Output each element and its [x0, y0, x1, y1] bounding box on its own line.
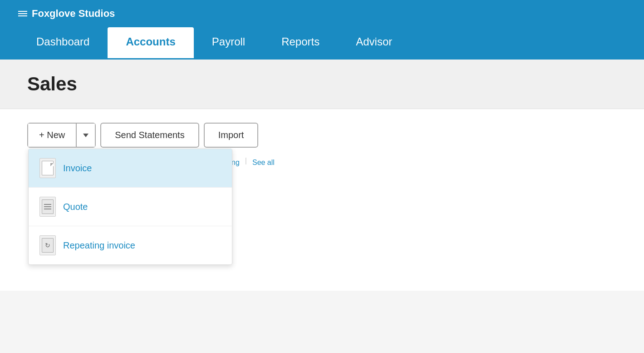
new-button[interactable]: + New — [28, 124, 76, 147]
content-area: + New Invoice — [0, 109, 644, 291]
dropdown-item-quote-label: Quote — [63, 202, 88, 212]
page-header: Sales — [0, 60, 644, 109]
dropdown-item-invoice[interactable]: Invoice — [29, 149, 232, 187]
send-statements-button[interactable]: Send Statements — [100, 123, 199, 148]
new-dropdown-menu: Invoice Quote — [28, 149, 232, 265]
secondary-nav-item-see-all[interactable]: See all — [252, 157, 275, 169]
chevron-down-icon — [83, 134, 88, 137]
dropdown-item-repeating-invoice-label: Repeating invoice — [63, 240, 135, 251]
nav-item-accounts[interactable]: Accounts — [108, 27, 193, 58]
nav-item-dashboard[interactable]: Dashboard — [18, 27, 108, 58]
toolbar: + New Invoice — [27, 123, 617, 148]
app-title: Foxglove Studios — [18, 8, 115, 20]
new-button-group: + New Invoice — [27, 123, 96, 148]
secondary-nav: ng | See all — [231, 157, 617, 169]
dropdown-item-invoice-label: Invoice — [63, 163, 92, 174]
secondary-nav-divider: | — [245, 157, 247, 169]
nav-item-reports[interactable]: Reports — [263, 27, 338, 58]
import-button[interactable]: Import — [204, 123, 259, 148]
repeat-doc-icon: ↻ — [39, 235, 56, 255]
top-bar: Foxglove Studios — [0, 0, 644, 27]
main-nav: Dashboard Accounts Payroll Reports Advis… — [0, 27, 644, 60]
new-dropdown-toggle[interactable] — [76, 124, 95, 147]
menu-icon[interactable] — [18, 11, 27, 16]
dropdown-item-repeating-invoice[interactable]: ↻ Repeating invoice — [29, 226, 232, 264]
nav-item-advisor[interactable]: Advisor — [338, 27, 410, 58]
quote-doc-icon — [39, 197, 56, 217]
invoice-doc-icon — [39, 158, 56, 178]
page-title: Sales — [27, 73, 617, 95]
secondary-nav-item-outstanding[interactable]: ng — [231, 157, 240, 169]
app-title-text: Foxglove Studios — [32, 8, 115, 20]
dropdown-item-quote[interactable]: Quote — [29, 188, 232, 226]
nav-item-payroll[interactable]: Payroll — [194, 27, 263, 58]
